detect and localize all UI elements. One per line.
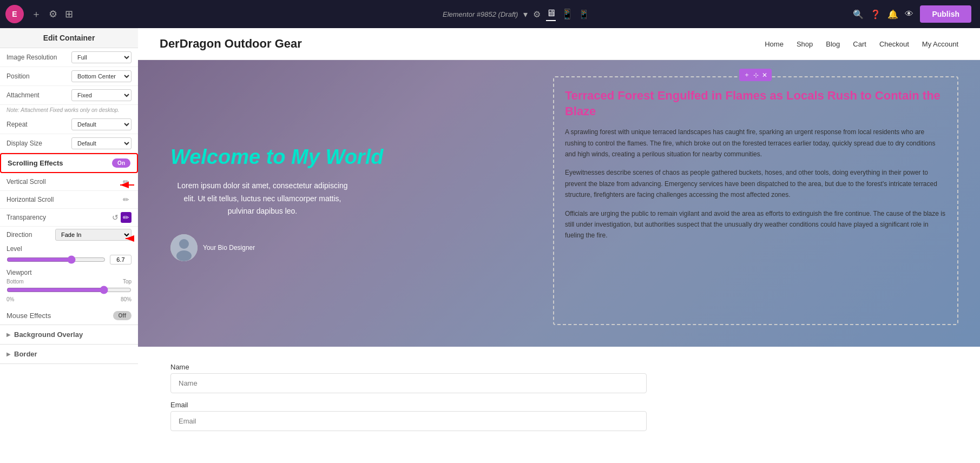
nav-home[interactable]: Home (765, 40, 784, 48)
nav-my-account[interactable]: My Account (922, 40, 958, 48)
scrolling-effects-label: Scrolling Effects (8, 159, 112, 167)
hero-left: Welcome to My World Lorem ipsum dolor si… (138, 60, 542, 347)
desktop-device-icon[interactable]: 🖥 (546, 8, 556, 21)
transparency-edit-btn[interactable]: ✏ (121, 212, 131, 223)
mouse-effects-row: Mouse Effects Off (0, 307, 138, 325)
background-overlay-section[interactable]: ▶ Background Overlay (0, 325, 138, 345)
viewport-slider[interactable] (6, 286, 131, 294)
nav-checkout[interactable]: Checkout (879, 40, 909, 48)
attachment-row: Attachment Fixed Scroll (0, 86, 138, 105)
publish-button[interactable]: Publish (920, 5, 971, 23)
tablet-device-icon[interactable]: 📱 (561, 8, 573, 20)
position-row: Position Bottom Center Top Center (0, 67, 138, 86)
viewport-top-label: Top (123, 279, 131, 285)
level-slider[interactable] (6, 255, 106, 264)
site-logo: DerDragon Outdoor Gear (160, 37, 302, 51)
topbar-right: 🔍 ❓ 🔔 👁 Publish (853, 5, 971, 23)
editor-top-bar: E ＋ ⚙ ⊞ (0, 0, 138, 28)
mobile-device-icon[interactable]: 📱 (578, 9, 589, 19)
nav-shop[interactable]: Shop (797, 40, 813, 48)
nav-cart[interactable]: Cart (853, 40, 866, 48)
notification-icon[interactable]: 🔔 (887, 9, 898, 19)
search-icon[interactable]: 🔍 (853, 9, 864, 19)
article-body-3: Officials are urging the public to remai… (565, 208, 946, 241)
svg-point-2 (176, 250, 192, 261)
mouse-effects-toggle[interactable]: Off (113, 311, 131, 320)
toolbar-add-icon[interactable]: ＋ (744, 70, 750, 80)
help-icon[interactable]: ❓ (870, 9, 881, 19)
hero-title: Welcome to My World (170, 145, 521, 169)
viewport-right-pct: 80% (121, 296, 131, 302)
form-section: Name Email (138, 347, 980, 455)
scrolling-effects-toggle[interactable]: On (112, 158, 130, 168)
image-resolution-select[interactable]: Full Large Medium (71, 51, 131, 63)
site-header: DerDragon Outdoor Gear Home Shop Blog Ca… (138, 28, 980, 60)
image-resolution-label: Image Resolution (6, 54, 71, 61)
position-label: Position (6, 72, 71, 80)
email-label: Email (170, 401, 948, 409)
article-title: Terraced Forest Engulfed in Flames as Lo… (565, 88, 946, 119)
email-input[interactable] (170, 411, 647, 431)
name-input[interactable] (170, 373, 647, 393)
nav-blog[interactable]: Blog (826, 40, 840, 48)
mouse-effects-label: Mouse Effects (6, 312, 113, 320)
viewport-label: Viewport (6, 269, 131, 276)
repeat-select[interactable]: Default No-repeat (71, 118, 131, 130)
direction-select[interactable]: Fade In Fade Out (55, 229, 131, 241)
main-content: Elementor #9852 (Draft) ▾ ⚙ 🖥 📱 📱 🔍 ❓ 🔔 … (138, 0, 980, 463)
article-container: ＋ ⊹ ✕ Terraced Forest Engulfed in Flames… (553, 76, 958, 325)
direction-label: Direction (6, 231, 55, 239)
background-overlay-arrow: ▶ (6, 332, 11, 338)
toolbar-move-icon[interactable]: ⊹ (753, 71, 759, 79)
svg-point-1 (179, 239, 189, 249)
panel-title: Edit Container (0, 28, 138, 48)
transparency-reset-btn[interactable]: ↺ (110, 212, 121, 223)
scrolling-effects-header: Scrolling Effects On (0, 153, 138, 173)
hero-right: ＋ ⊹ ✕ Terraced Forest Engulfed in Flames… (542, 60, 980, 347)
elementor-logo[interactable]: E (5, 5, 24, 23)
direction-row: Direction Fade In Fade Out (0, 227, 138, 243)
toolbar-close-icon[interactable]: ✕ (762, 71, 767, 79)
transparency-row: Transparency ↺ ✏ (0, 209, 138, 227)
layers-icon[interactable]: ⊞ (65, 8, 73, 20)
attachment-label: Attachment (6, 91, 71, 99)
dropdown-chevron-icon[interactable]: ▾ (523, 9, 528, 19)
name-label: Name (170, 363, 948, 371)
horizontal-scroll-label: Horizontal Scroll (6, 196, 121, 203)
hero-avatar (170, 234, 198, 261)
editor-center: Elementor #9852 (Draft) ▾ ⚙ 🖥 📱 📱 (443, 8, 589, 21)
panel-body: Image Resolution Full Large Medium Posit… (0, 48, 138, 463)
level-value-input[interactable]: 6.7 (110, 255, 131, 264)
level-row: Level 6.7 (0, 243, 138, 267)
website-frame: DerDragon Outdoor Gear Home Shop Blog Ca… (138, 28, 980, 463)
background-overlay-label: Background Overlay (14, 330, 83, 339)
add-icon[interactable]: ＋ (31, 8, 41, 21)
settings-icon[interactable]: ⚙ (49, 8, 57, 20)
email-field-group: Email (170, 401, 948, 431)
site-nav: Home Shop Blog Cart Checkout My Account (765, 40, 958, 48)
hero-avatar-area: Your Bio Designer (170, 234, 521, 261)
display-size-select[interactable]: Default Cover Contain (71, 137, 131, 149)
horizontal-scroll-row: Horizontal Scroll ✏ (0, 191, 138, 209)
repeat-label: Repeat (6, 121, 71, 128)
position-select[interactable]: Bottom Center Top Center (71, 70, 131, 82)
article-body-2: Eyewitnesses describe scenes of chaos as… (565, 167, 946, 200)
attachment-select[interactable]: Fixed Scroll (71, 89, 131, 101)
article-body-1: A sprawling forest with unique terraced … (565, 127, 946, 160)
vertical-scroll-edit-btn[interactable]: ✏ (121, 176, 131, 187)
editor-title: Elementor #9852 (Draft) (443, 10, 518, 18)
border-section[interactable]: ▶ Border (0, 345, 138, 364)
attachment-note: Note: Attachment Fixed works only on des… (0, 105, 138, 115)
border-arrow: ▶ (6, 351, 11, 357)
horizontal-scroll-edit-btn[interactable]: ✏ (121, 194, 131, 205)
hero-section: Welcome to My World Lorem ipsum dolor si… (138, 60, 980, 347)
settings-gear-icon[interactable]: ⚙ (533, 9, 541, 19)
hero-desc: Lorem ipsum dolor sit amet, consectetur … (170, 180, 354, 218)
image-resolution-row: Image Resolution Full Large Medium (0, 48, 138, 67)
level-label: Level (6, 245, 131, 253)
preview-icon[interactable]: 👁 (905, 9, 913, 19)
container-toolbar: ＋ ⊹ ✕ (739, 69, 772, 81)
transparency-label: Transparency (6, 214, 110, 221)
vertical-scroll-label: Vertical Scroll (6, 178, 121, 186)
left-panel: E ＋ ⚙ ⊞ Edit Container Image Resolution … (0, 0, 138, 463)
